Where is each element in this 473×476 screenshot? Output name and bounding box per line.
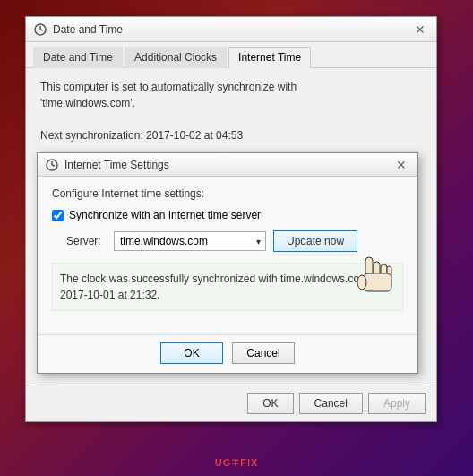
watermark-symbol: ∓ <box>231 457 240 468</box>
svg-line-2 <box>40 30 43 30</box>
inner-title-bar: Internet Time Settings ✕ <box>38 153 417 177</box>
main-apply-button[interactable]: Apply <box>368 393 426 414</box>
inner-cancel-button[interactable]: Cancel <box>232 342 295 364</box>
server-label: Server: <box>66 235 107 247</box>
inner-dialog-title: Internet Time Settings <box>64 159 169 171</box>
watermark-text3: FIX <box>240 457 258 468</box>
title-bar-left: Date and Time <box>33 22 123 37</box>
sync-checkbox-label: Synchronize with an Internet time server <box>69 209 261 221</box>
svg-line-5 <box>52 165 55 166</box>
server-select[interactable]: time.windows.com <box>114 231 266 251</box>
main-title-bar: Date and Time ✕ <box>26 17 436 42</box>
clock-icon <box>33 22 47 37</box>
inner-ok-button[interactable]: OK <box>160 342 223 364</box>
sync-description: This computer is set to automatically sy… <box>40 79 422 143</box>
main-cancel-button[interactable]: Cancel <box>299 393 363 414</box>
main-dialog-title: Date and Time <box>53 23 123 36</box>
main-dialog: Date and Time ✕ Date and Time Additional… <box>25 16 437 422</box>
main-close-button[interactable]: ✕ <box>411 21 429 39</box>
server-select-wrapper: time.windows.com <box>114 231 266 251</box>
main-dialog-content: This computer is set to automatically sy… <box>26 68 436 385</box>
success-text: The clock was successfully synchronized … <box>52 263 403 311</box>
sync-line2: 'time.windows.com'. <box>40 97 135 109</box>
inner-dialog-buttons: OK Cancel <box>38 334 417 373</box>
server-row: Server: time.windows.com Update now <box>66 230 403 252</box>
tabs-container: Date and Time Additional Clocks Internet… <box>26 42 436 68</box>
inner-dialog-content: Configure Internet time settings: Synchr… <box>38 177 417 334</box>
sync-line1: This computer is set to automatically sy… <box>40 81 297 93</box>
inner-clock-icon <box>45 158 59 172</box>
sync-next: Next synchronization: 2017-10-02 at 04:5… <box>40 129 243 142</box>
inner-dialog: Internet Time Settings ✕ Configure Inter… <box>37 152 418 374</box>
sync-checkbox[interactable] <box>52 210 64 221</box>
main-ok-button[interactable]: OK <box>247 393 293 414</box>
tab-date-and-time[interactable]: Date and Time <box>33 47 123 68</box>
watermark: UG∓FIX <box>215 457 259 469</box>
main-dialog-buttons: OK Cancel Apply <box>26 385 436 421</box>
inner-title-left: Internet Time Settings <box>45 158 169 172</box>
tab-internet-time[interactable]: Internet Time <box>228 47 311 68</box>
tab-additional-clocks[interactable]: Additional Clocks <box>125 47 227 68</box>
configure-label: Configure Internet time settings: <box>52 187 403 200</box>
inner-close-button[interactable]: ✕ <box>392 156 410 174</box>
checkbox-row: Synchronize with an Internet time server <box>52 209 403 221</box>
update-now-button[interactable]: Update now <box>273 230 357 252</box>
watermark-text1: UG <box>215 457 232 468</box>
